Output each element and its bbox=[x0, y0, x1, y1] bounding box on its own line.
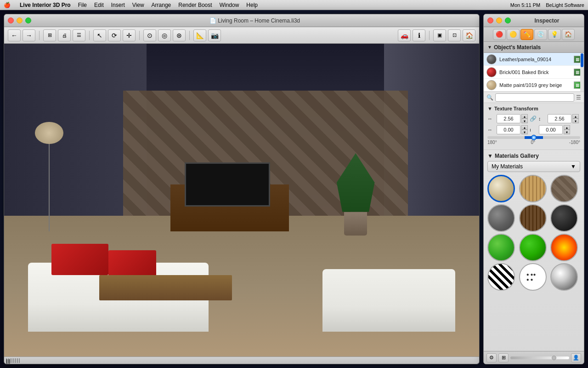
menu-app-name[interactable]: Live Interior 3D Pro bbox=[20, 2, 71, 8]
offset-x-input[interactable] bbox=[497, 125, 520, 134]
settings-button[interactable]: ⚙ bbox=[486, 353, 497, 362]
dot-button[interactable]: ⊛ bbox=[173, 29, 186, 41]
tab-room[interactable]: 🏠 bbox=[562, 29, 575, 40]
inspector-maximize[interactable] bbox=[505, 17, 511, 23]
gallery-item-3[interactable] bbox=[550, 175, 578, 202]
offset-x-label: ↔ bbox=[487, 127, 495, 132]
floorplan-button[interactable]: ⊞ bbox=[43, 29, 56, 41]
offset-x-up[interactable]: ▲ bbox=[521, 125, 528, 130]
rotation-slider-track[interactable] bbox=[487, 136, 580, 139]
menu-view[interactable]: View bbox=[132, 2, 144, 8]
offset-y-down[interactable]: ▼ bbox=[564, 130, 570, 134]
menu-time: Mon 5:11 PM bbox=[510, 2, 540, 8]
offset-y-label: ı bbox=[530, 127, 537, 132]
list-button[interactable]: ☰ bbox=[73, 29, 85, 41]
scale-x-stepper[interactable]: ▲ ▼ bbox=[521, 114, 528, 123]
offset-y-up[interactable]: ▲ bbox=[564, 125, 570, 130]
pillow-1 bbox=[51, 244, 108, 275]
inspector-minimize[interactable] bbox=[496, 17, 502, 23]
gallery-item-11[interactable] bbox=[519, 263, 547, 291]
measure-button[interactable]: 📐 bbox=[193, 29, 206, 41]
gallery-item-12[interactable] bbox=[550, 263, 578, 291]
texture-arrow: ▼ bbox=[487, 106, 492, 111]
inspector-bottom: ⚙ ⊞ 👤 bbox=[484, 351, 584, 364]
tab-light[interactable]: 💡 bbox=[548, 29, 561, 40]
scale-x-down[interactable]: ▼ bbox=[521, 119, 528, 123]
scale-x-input[interactable] bbox=[497, 114, 520, 123]
texture-transform-header: ▼ Texture Transform bbox=[487, 106, 580, 111]
search-menu-icon[interactable]: ☰ bbox=[576, 94, 581, 101]
orbit-button[interactable]: ⟳ bbox=[108, 29, 121, 41]
info-button[interactable]: ℹ bbox=[413, 29, 425, 41]
scale-y-input[interactable] bbox=[548, 114, 571, 123]
title-icon: 📄 bbox=[209, 17, 218, 24]
select-button[interactable]: ↖ bbox=[93, 29, 106, 41]
gallery-dropdown[interactable]: My Materials ▼ bbox=[487, 161, 580, 172]
floor-lamp bbox=[42, 122, 57, 231]
gallery-item-1[interactable] bbox=[487, 175, 515, 202]
menu-render-boost[interactable]: Render Boost bbox=[178, 2, 212, 8]
menu-insert[interactable]: Insert bbox=[111, 2, 125, 8]
close-button[interactable] bbox=[8, 17, 14, 23]
home-button[interactable]: 🏠 bbox=[463, 29, 475, 41]
material-item-1[interactable]: Leather/pamela_09014 ▦ bbox=[484, 53, 584, 66]
menu-file[interactable]: File bbox=[78, 2, 87, 8]
render-button[interactable]: 🚗 bbox=[398, 29, 411, 41]
lamp-shade bbox=[35, 122, 63, 144]
menu-help[interactable]: Help bbox=[246, 2, 258, 8]
rotation-slider-row: 180° 0° -180° bbox=[487, 136, 580, 145]
apple-menu[interactable]: 🍎 bbox=[4, 2, 11, 8]
print-button[interactable]: 🖨 bbox=[58, 29, 71, 41]
forward-button[interactable]: → bbox=[23, 29, 35, 41]
search-input[interactable] bbox=[495, 93, 574, 102]
scale-y-stepper[interactable]: ▲ ▼ bbox=[572, 114, 579, 123]
gallery-item-8[interactable] bbox=[519, 234, 547, 261]
menu-window[interactable]: Window bbox=[220, 2, 239, 8]
sphere-button[interactable]: ⊙ bbox=[143, 29, 156, 41]
grid-button[interactable]: ⊞ bbox=[498, 353, 509, 362]
camera-button[interactable]: 📷 bbox=[208, 29, 221, 41]
move-button[interactable]: ✛ bbox=[123, 29, 136, 41]
scale-x-up[interactable]: ▲ bbox=[521, 114, 528, 119]
menu-arrange[interactable]: Arrange bbox=[152, 2, 171, 8]
back-button[interactable]: ← bbox=[8, 29, 21, 41]
gallery-item-9[interactable] bbox=[550, 234, 578, 261]
slider-label-mid: 0° bbox=[531, 140, 536, 145]
materials-scrollbar[interactable] bbox=[580, 53, 584, 92]
scene-container[interactable] bbox=[4, 44, 479, 356]
tab-edit[interactable]: ✏️ bbox=[520, 29, 533, 40]
link-icon[interactable]: 🔗 bbox=[530, 115, 537, 122]
maximize-button[interactable] bbox=[25, 17, 31, 23]
scale-y-up[interactable]: ▲ bbox=[572, 114, 579, 119]
tv-screen bbox=[185, 162, 270, 206]
rotation-slider-thumb[interactable] bbox=[531, 135, 537, 140]
gallery-grid bbox=[487, 175, 580, 291]
size-slider[interactable] bbox=[510, 356, 569, 359]
offset-x-stepper[interactable]: ▲ ▼ bbox=[521, 125, 528, 134]
person-button[interactable]: 👤 bbox=[571, 353, 581, 362]
material-item-2[interactable]: Brick/001 Baked Brick ▦ bbox=[484, 66, 584, 79]
inspector-close[interactable] bbox=[487, 17, 493, 23]
gallery-item-2[interactable] bbox=[519, 175, 547, 202]
menu-edit[interactable]: Edit bbox=[94, 2, 104, 8]
slider-label-max: -180° bbox=[569, 140, 580, 145]
gallery-item-6[interactable] bbox=[550, 204, 578, 232]
gallery-item-10[interactable] bbox=[487, 263, 515, 291]
materials-list: Leather/pamela_09014 ▦ Brick/001 Baked B… bbox=[484, 53, 584, 92]
view-3d-button[interactable]: ⊡ bbox=[448, 29, 461, 41]
gallery-item-4[interactable] bbox=[487, 204, 515, 232]
offset-x-down[interactable]: ▼ bbox=[521, 130, 528, 134]
offset-y-stepper[interactable]: ▲ ▼ bbox=[564, 125, 570, 134]
material-item-3[interactable]: Matte paint/1019 grey beige ▦ bbox=[484, 79, 584, 92]
minimize-button[interactable] bbox=[17, 17, 23, 23]
tab-library[interactable]: 💿 bbox=[534, 29, 547, 40]
tab-material[interactable]: 🟡 bbox=[507, 29, 520, 40]
tab-object[interactable]: 🔴 bbox=[493, 29, 506, 40]
ring-button[interactable]: ◎ bbox=[158, 29, 171, 41]
gallery-item-5[interactable] bbox=[519, 204, 547, 232]
view-2d-button[interactable]: ▣ bbox=[433, 29, 446, 41]
gallery-item-7[interactable] bbox=[487, 234, 515, 261]
toolbar: ← → ⊞ 🖨 ☰ ↖ ⟳ ✛ ⊙ ◎ ⊛ 📐 📷 🚗 ℹ ▣ ⊡ 🏠 bbox=[4, 27, 479, 44]
scale-y-down[interactable]: ▼ bbox=[572, 119, 579, 123]
offset-y-input[interactable] bbox=[539, 125, 563, 134]
